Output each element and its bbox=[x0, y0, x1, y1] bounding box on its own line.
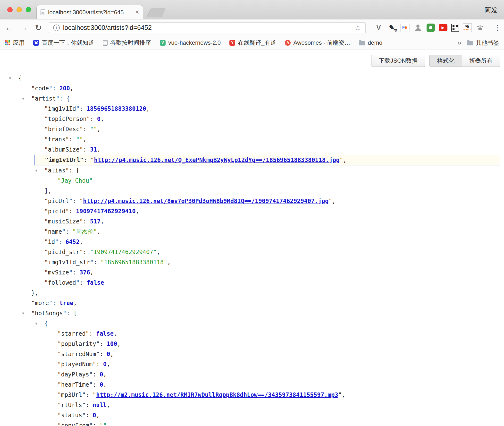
json-key: "dayPlays" bbox=[58, 371, 93, 378]
paw-extension-icon[interactable] bbox=[476, 23, 485, 32]
json-url-link[interactable]: http://p4.music.126.net/Q_ExePNkmqB2yWyL… bbox=[94, 157, 339, 163]
extensions-area: V✎英FE▶播PLAYER bbox=[374, 23, 485, 32]
json-url-link[interactable]: http://m2.music.126.net/RMJR7wDullRqppBk… bbox=[96, 392, 338, 398]
json-colon: : bbox=[93, 259, 101, 266]
json-key: "topicPerson" bbox=[44, 116, 90, 122]
view-mode-segmented: 格式化 折叠所有 bbox=[429, 55, 500, 67]
json-boolean-value: true bbox=[59, 300, 74, 307]
json-string-value: "" bbox=[76, 136, 83, 143]
quote: " bbox=[338, 392, 342, 398]
json-comma: , bbox=[157, 249, 160, 256]
collapse-toggle-icon[interactable]: ▼ bbox=[35, 165, 37, 176]
bookmark-item[interactable]: AAwesomes - 前端资… bbox=[285, 39, 350, 47]
bookmark-item[interactable]: Vvue-hackernews-2.0 bbox=[160, 39, 221, 46]
json-link-value: "http://p4.music.126.net/Q_ExePNkmqB2yWy… bbox=[91, 157, 343, 163]
bookmark-label: vue-hackernews-2.0 bbox=[168, 39, 221, 46]
collapse-toggle-icon[interactable]: ▼ bbox=[35, 318, 37, 329]
minimize-window-button[interactable] bbox=[17, 7, 22, 12]
json-comma: , bbox=[83, 136, 86, 143]
bookmark-item[interactable]: 谷歌按时间排序 bbox=[103, 39, 151, 47]
tab-strip: localhost:3000/artists?id=645 × 阿发 bbox=[0, 0, 504, 19]
json-colon: : bbox=[86, 392, 93, 398]
zoom-window-button[interactable] bbox=[26, 7, 31, 12]
youtube-extension-icon[interactable]: ▶ bbox=[439, 24, 447, 31]
close-window-button[interactable] bbox=[7, 7, 13, 12]
json-line: ▼{ bbox=[0, 318, 504, 329]
json-line: "id": 6452, bbox=[0, 237, 504, 247]
clipper-extension-icon[interactable] bbox=[427, 24, 435, 32]
json-comma: , bbox=[97, 228, 101, 235]
json-key: "status" bbox=[58, 412, 86, 419]
json-number-value: 100 bbox=[107, 341, 117, 347]
profile-extension-icon[interactable] bbox=[413, 23, 423, 32]
tab-close-icon[interactable]: × bbox=[135, 9, 139, 16]
collapse-all-button[interactable]: 折叠所有 bbox=[462, 55, 500, 67]
json-comma: , bbox=[70, 85, 73, 92]
extension-glyph: ▶ bbox=[442, 26, 445, 30]
youdao-icon: Y bbox=[229, 40, 235, 46]
json-colon: : bbox=[59, 239, 66, 245]
json-boolean-value: false bbox=[96, 330, 114, 337]
json-bracket: { bbox=[67, 95, 70, 102]
json-string-value: "周杰伦" bbox=[73, 228, 97, 235]
json-colon: : bbox=[100, 351, 107, 358]
bookmark-label: 谷歌按时间排序 bbox=[110, 39, 151, 47]
quote: " bbox=[91, 157, 94, 163]
bookmarks-overflow-icon[interactable]: » bbox=[457, 39, 461, 47]
collapse-toggle-icon[interactable]: ▼ bbox=[9, 73, 11, 83]
json-comma: , bbox=[48, 187, 51, 194]
json-number-value: 0 bbox=[103, 361, 107, 368]
browser-tab[interactable]: localhost:3000/artists?id=645 × bbox=[36, 5, 143, 19]
bookmark-item[interactable]: 百度一下，你就知道 bbox=[33, 39, 94, 47]
browser-menu-icon[interactable]: ⋮ bbox=[494, 23, 501, 32]
quote: " bbox=[340, 157, 343, 163]
bookmark-item[interactable]: Y在线翻译_有道 bbox=[229, 39, 276, 47]
json-number-value: 6452 bbox=[66, 239, 80, 245]
other-bookmarks-label: 其他书签 bbox=[476, 39, 499, 47]
json-colon: : bbox=[84, 157, 91, 163]
json-colon: : bbox=[69, 167, 76, 174]
page-info-icon[interactable]: i bbox=[53, 25, 60, 31]
fe-extension-icon[interactable]: FE bbox=[400, 23, 410, 32]
collapse-toggle-icon[interactable]: ▼ bbox=[22, 94, 24, 104]
json-key: "img1v1Id_str" bbox=[44, 259, 93, 266]
json-line: "musicSize": 517, bbox=[0, 216, 504, 227]
address-bar[interactable]: i localhost:3000/artists?id=6452 ☆ bbox=[49, 22, 366, 33]
qrcode-extension-icon[interactable] bbox=[451, 24, 459, 32]
download-json-button[interactable]: 下载JSON数据 bbox=[371, 55, 425, 67]
format-button[interactable]: 格式化 bbox=[429, 55, 462, 67]
json-key: "picId_str" bbox=[44, 249, 83, 256]
json-number-value: 0 bbox=[100, 371, 103, 378]
bookmark-item[interactable]: 应用 bbox=[5, 39, 25, 47]
new-tab-button[interactable] bbox=[146, 9, 166, 17]
page-favicon-icon bbox=[41, 9, 45, 15]
json-line: "name": "周杰伦", bbox=[0, 227, 504, 237]
json-link-value: "http://p4.music.126.net/8mv7qP30Pd3oHW8… bbox=[80, 198, 332, 204]
json-line: "img1v1Url": "http://p4.music.126.net/Q_… bbox=[34, 155, 500, 165]
translate-extension-icon[interactable]: ✎英 bbox=[387, 23, 396, 32]
back-button[interactable]: ← bbox=[5, 24, 13, 32]
awesomes-icon: A bbox=[285, 40, 291, 46]
reload-button[interactable]: ↻ bbox=[35, 24, 42, 32]
json-colon: : bbox=[83, 126, 90, 133]
vimium-extension-icon[interactable]: V bbox=[374, 23, 383, 32]
json-number-value: 200 bbox=[59, 85, 70, 92]
profile-name[interactable]: 阿发 bbox=[485, 6, 498, 15]
json-key: "copyFrom" bbox=[58, 422, 93, 426]
json-line: "popularity": 100, bbox=[0, 339, 504, 349]
json-colon: : bbox=[96, 361, 103, 368]
json-key: "more" bbox=[31, 300, 52, 307]
url-text[interactable]: localhost:3000/artists?id=6452 bbox=[63, 24, 351, 32]
player-extension-icon[interactable]: 播PLAYER bbox=[463, 23, 472, 32]
json-comma: , bbox=[101, 218, 104, 225]
other-bookmarks-folder[interactable]: 其他书签 bbox=[467, 39, 499, 47]
json-line: "picId_str": "19097417462929407", bbox=[0, 247, 504, 257]
bookmark-item[interactable]: demo bbox=[359, 39, 382, 46]
json-string-value: "" bbox=[100, 422, 107, 426]
json-line: ▼"alias": [ bbox=[0, 165, 504, 176]
bookmark-star-icon[interactable]: ☆ bbox=[354, 23, 361, 32]
json-line: "img1v1Id_str": "18569651883380118", bbox=[0, 257, 504, 267]
json-url-link[interactable]: http://p4.music.126.net/8mv7qP30Pd3oHW8b… bbox=[83, 198, 328, 204]
collapse-toggle-icon[interactable]: ▼ bbox=[22, 308, 24, 318]
json-string-value: "18569651883380118" bbox=[101, 259, 167, 266]
